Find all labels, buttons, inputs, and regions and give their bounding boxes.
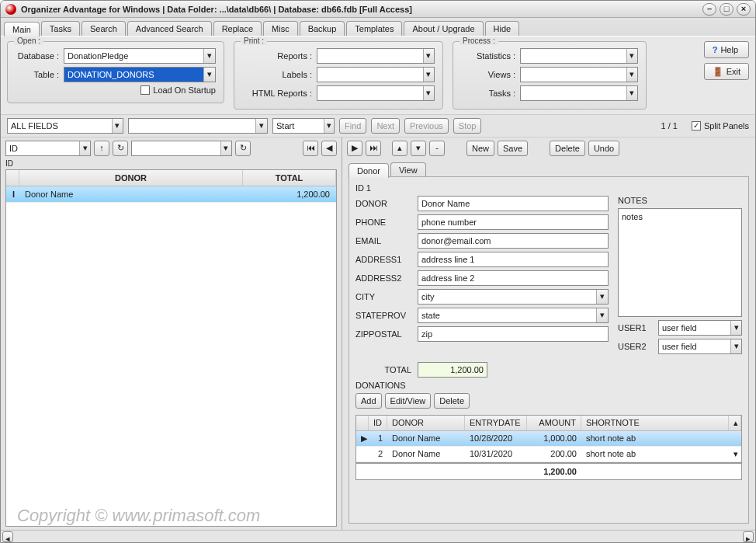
tab-backup[interactable]: Backup (300, 21, 345, 36)
chevron-down-icon[interactable]: ▾ (626, 86, 637, 100)
maximize-button[interactable]: □ (720, 3, 733, 16)
move-up-button[interactable]: ▴ (392, 141, 407, 156)
database-combo[interactable]: ▾ (64, 48, 216, 64)
reports-combo[interactable]: ▾ (317, 48, 435, 64)
add-button[interactable]: Add (355, 393, 382, 409)
table-combo[interactable]: ▾ (64, 67, 216, 82)
match-combo[interactable]: ▾ (272, 118, 335, 134)
labels-combo[interactable]: ▾ (317, 67, 435, 82)
user1-combo[interactable]: ▾ (658, 320, 742, 336)
scroll-left-icon[interactable]: ◂ (2, 531, 13, 542)
tab-advanced-search[interactable]: Advanced Search (127, 21, 212, 36)
sub-col-id[interactable]: ID (369, 416, 387, 430)
previous-button[interactable]: Previous (404, 118, 449, 134)
table-input[interactable] (64, 68, 203, 82)
chevron-down-icon[interactable]: ▾ (423, 86, 434, 100)
col-total[interactable]: TOTAL (243, 170, 336, 186)
addr1-input[interactable] (418, 252, 609, 267)
zip-input[interactable] (418, 326, 609, 342)
statistics-combo[interactable]: ▾ (520, 48, 638, 64)
chevron-down-icon[interactable]: ▾ (203, 49, 215, 63)
stop-button[interactable]: Stop (453, 118, 482, 134)
chevron-down-icon[interactable]: ▾ (626, 68, 637, 82)
chevron-down-icon[interactable]: ▾ (79, 141, 90, 155)
split-panels-checkbox[interactable]: ✓Split Panels (692, 121, 749, 131)
sub-col-amount[interactable]: AMOUNT (527, 416, 581, 430)
nav-first-button[interactable]: ⏮ (303, 141, 318, 156)
col-donor[interactable]: DONOR (19, 170, 243, 186)
tab-templates[interactable]: Templates (346, 21, 402, 36)
chevron-down-icon[interactable]: ▾ (626, 49, 637, 63)
donor-input[interactable] (418, 196, 609, 211)
user2-combo[interactable]: ▾ (658, 339, 742, 354)
scroll-down-icon[interactable]: ▾ (729, 447, 741, 461)
tab-tasks[interactable]: Tasks (41, 21, 80, 36)
sub-col-donor[interactable]: DONOR (387, 416, 465, 430)
html-reports-combo[interactable]: ▾ (317, 85, 435, 101)
state-combo[interactable]: ▾ (418, 308, 609, 323)
chevron-down-icon[interactable]: ▾ (423, 49, 434, 63)
table-row[interactable]: 2 Donor Name 10/31/2020 200.00 short not… (356, 447, 741, 462)
load-on-startup-checkbox[interactable]: Load On Startup (140, 85, 216, 95)
nav-prev-button[interactable]: ◀ (321, 141, 337, 156)
collapse-button[interactable]: - (429, 141, 445, 156)
minimize-button[interactable]: – (702, 3, 716, 16)
addr2-input[interactable] (418, 270, 609, 286)
table-row[interactable]: I Donor Name 1,200.00 (6, 186, 336, 203)
tab-hide[interactable]: Hide (485, 21, 520, 36)
scroll-up-icon[interactable]: ▴ (729, 416, 741, 430)
sub-col-note[interactable]: SHORTNOTE (581, 416, 729, 430)
tab-misc[interactable]: Misc (263, 21, 298, 36)
tab-view-detail[interactable]: View (390, 162, 426, 177)
views-combo[interactable]: ▾ (520, 67, 638, 82)
close-button[interactable]: × (737, 3, 751, 16)
sort-field-combo[interactable]: ▾ (5, 141, 91, 156)
notes-textarea[interactable]: notes (618, 208, 742, 317)
editview-button[interactable]: Edit/View (385, 393, 432, 409)
scroll-right-icon[interactable]: ▸ (743, 531, 754, 542)
chevron-down-icon[interactable]: ▾ (596, 308, 608, 322)
database-input[interactable] (64, 49, 203, 63)
tab-donor-detail[interactable]: Donor (349, 163, 389, 178)
new-button[interactable]: New (466, 141, 494, 156)
save-button[interactable]: Save (498, 141, 528, 156)
chevron-down-icon[interactable]: ▾ (730, 339, 741, 353)
chevron-down-icon[interactable]: ▾ (596, 290, 608, 304)
help-button[interactable]: ?Help (704, 41, 749, 58)
donations-grid[interactable]: ID DONOR ENTRYDATE AMOUNT SHORTNOTE ▴ ▶ … (355, 415, 742, 480)
refresh2-button[interactable]: ↻ (235, 141, 251, 156)
chevron-down-icon[interactable]: ▾ (255, 119, 267, 133)
find-button[interactable]: Find (339, 118, 366, 134)
tab-main[interactable]: Main (4, 22, 40, 37)
tasks-combo[interactable]: ▾ (520, 85, 638, 101)
sort-field2-combo[interactable]: ▾ (131, 141, 232, 156)
chevron-down-icon[interactable]: ▾ (112, 119, 123, 133)
allfields-combo[interactable]: ▾ (7, 118, 123, 134)
phone-input[interactable] (418, 214, 609, 230)
move-down-button[interactable]: ▾ (411, 141, 426, 156)
donor-grid[interactable]: DONOR TOTAL I Donor Name 1,200.00 Copyri… (5, 169, 337, 527)
exit-button[interactable]: 🚪Exit (704, 63, 749, 80)
sub-col-date[interactable]: ENTRYDATE (465, 416, 527, 430)
next-button[interactable]: Next (371, 118, 400, 134)
tab-about[interactable]: About / Upgrade (404, 21, 483, 36)
horizontal-scrollbar[interactable]: ◂ ▸ (1, 530, 755, 542)
email-input[interactable] (418, 233, 609, 249)
tab-search[interactable]: Search (81, 21, 126, 36)
refresh-button[interactable]: ↻ (113, 141, 128, 156)
delete-button[interactable]: Delete (550, 141, 585, 156)
tab-replace[interactable]: Replace (213, 21, 262, 36)
sort-asc-button[interactable]: ↑ (94, 141, 109, 156)
city-combo[interactable]: ▾ (418, 289, 609, 305)
search-value-combo[interactable]: ▾ (128, 118, 268, 134)
table-row[interactable]: ▶ 1 Donor Name 10/28/2020 1,000.00 short… (356, 431, 741, 447)
undo-button[interactable]: Undo (588, 141, 619, 156)
chevron-down-icon[interactable]: ▾ (423, 68, 434, 82)
chevron-down-icon[interactable]: ▾ (324, 119, 334, 133)
sub-delete-button[interactable]: Delete (434, 393, 470, 409)
chevron-down-icon[interactable]: ▾ (203, 68, 215, 82)
chevron-down-icon[interactable]: ▾ (730, 321, 741, 335)
nav-last-button[interactable]: ⏭ (366, 141, 381, 156)
nav-next-button[interactable]: ▶ (347, 141, 362, 156)
chevron-down-icon[interactable]: ▾ (220, 141, 231, 155)
